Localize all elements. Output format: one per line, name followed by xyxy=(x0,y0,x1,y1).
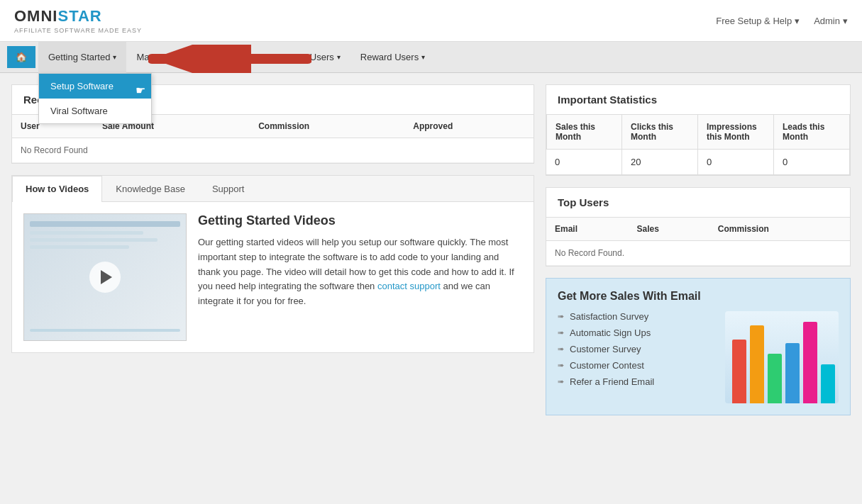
home-nav-button[interactable]: 🏠 xyxy=(7,46,35,68)
col-email: Email xyxy=(546,218,629,241)
stat-val-sales: 0 xyxy=(546,150,622,175)
no-record-cell: No Record Found. xyxy=(546,241,850,266)
logo: OMNISTAR AFFILIATE SOFTWARE MADE EASY xyxy=(14,7,142,34)
video-description-text: Our getting started videos will help you… xyxy=(198,235,522,309)
col-commission: Commission xyxy=(709,218,850,241)
table-row: No Record Found. xyxy=(546,241,850,266)
bullet-arrow-icon: ➠ xyxy=(558,345,564,354)
video-section-title: Getting Started Videos xyxy=(198,213,522,228)
list-item: ➠ Satisfaction Survey xyxy=(558,311,717,322)
email-card-title: Get More Sales With Email xyxy=(558,290,839,303)
bullet-arrow-icon: ➠ xyxy=(558,328,564,337)
chevron-down-icon: ▾ xyxy=(421,53,425,61)
no-record-cell: No Record Found xyxy=(12,138,534,163)
list-item: ➠ Customer Survey xyxy=(558,344,717,354)
stat-header-impressions: Impressions this Month xyxy=(698,114,774,150)
header: OMNISTAR AFFILIATE SOFTWARE MADE EASY Fr… xyxy=(0,0,862,42)
important-statistics-card: Important Statistics Sales this Month Cl… xyxy=(546,84,851,176)
admin-button[interactable]: Admin ▾ xyxy=(814,16,848,26)
email-feature-list: ➠ Satisfaction Survey ➠ Automatic Sign U… xyxy=(558,311,717,393)
setup-software-item[interactable]: Setup Software ☛ xyxy=(39,74,151,99)
bullet-arrow-icon: ➠ xyxy=(558,361,564,370)
email-card-content: ➠ Satisfaction Survey ➠ Automatic Sign U… xyxy=(558,311,839,403)
main-content: Recent Commissions User Sale Amount Comm… xyxy=(0,73,862,427)
bar-item xyxy=(768,354,782,403)
right-column: Important Statistics Sales this Month Cl… xyxy=(546,84,851,415)
video-thumb-inner xyxy=(24,214,186,340)
getting-started-nav-wrapper: Getting Started ▾ Setup Software ☛ Viral… xyxy=(38,42,126,73)
bullet-arrow-icon: ➠ xyxy=(558,377,564,386)
chevron-down-icon: ▾ xyxy=(250,53,254,61)
tab-content-area: Getting Started Videos Our getting start… xyxy=(12,202,534,352)
bar-item xyxy=(785,343,800,403)
stat-header-sales: Sales this Month xyxy=(546,114,622,150)
bullet-arrow-icon: ➠ xyxy=(558,312,564,321)
stat-val-clicks: 20 xyxy=(622,150,698,175)
tab-knowledge-base[interactable]: Knowledge Base xyxy=(102,176,199,201)
list-item: ➠ Refer a Friend Email xyxy=(558,376,717,387)
video-tabs-card: How to Videos Knowledge Base Support xyxy=(11,175,534,353)
stat-val-impressions: 0 xyxy=(698,150,774,175)
stat-header-leads: Leads this Month xyxy=(774,114,850,150)
bar-item xyxy=(732,340,746,403)
logo-sub: AFFILIATE SOFTWARE MADE EASY xyxy=(14,27,142,34)
tabs-bar: How to Videos Knowledge Base Support xyxy=(12,176,534,202)
tab-support[interactable]: Support xyxy=(199,176,258,201)
chevron-down-icon: ▾ xyxy=(113,53,116,61)
getting-started-nav-item[interactable]: Getting Started ▾ xyxy=(38,42,126,73)
video-description: Getting Started Videos Our getting start… xyxy=(198,213,522,341)
stats-grid: Sales this Month Clicks this Month Impre… xyxy=(546,114,850,175)
top-users-header-row: Email Sales Commission xyxy=(546,218,850,241)
bar-item xyxy=(803,322,817,403)
manage-referral-nav-item[interactable]: Manage Referral Programs ▾ xyxy=(126,42,264,73)
table-row: No Record Found xyxy=(12,138,534,163)
col-sales: Sales xyxy=(629,218,709,241)
contact-support-link[interactable]: contact support xyxy=(377,281,441,291)
chevron-down-icon: ▾ xyxy=(337,53,341,61)
free-setup-button[interactable]: Free Setup & Help ▾ xyxy=(716,16,800,26)
cursor-pointer-icon: ☛ xyxy=(136,84,145,97)
top-users-card: Top Users Email Sales Commission No Reco… xyxy=(546,187,851,267)
bar-item xyxy=(750,325,764,403)
logo-wordmark: OMNISTAR xyxy=(14,7,142,26)
top-users-title: Top Users xyxy=(546,188,850,217)
tab-how-to-videos[interactable]: How to Videos xyxy=(12,176,102,202)
col-commission: Commission xyxy=(250,115,404,138)
important-statistics-title: Important Statistics xyxy=(546,85,850,114)
stat-header-clicks: Clicks this Month xyxy=(622,114,698,150)
header-actions: Free Setup & Help ▾ Admin ▾ xyxy=(716,16,848,26)
getting-started-dropdown: Setup Software ☛ Viral Software xyxy=(38,73,152,124)
left-column: Recent Commissions User Sale Amount Comm… xyxy=(11,84,534,415)
bar-chart-container xyxy=(725,311,839,403)
bar-item xyxy=(821,364,835,403)
col-approved: Approved xyxy=(404,115,534,138)
manage-users-nav-item[interactable]: Manage Users ▾ xyxy=(264,42,350,73)
play-button[interactable] xyxy=(89,262,121,293)
list-item: ➠ Customer Contest xyxy=(558,360,717,371)
reward-users-nav-item[interactable]: Reward Users ▾ xyxy=(350,42,435,73)
main-nav: 🏠 Getting Started ▾ Setup Software ☛ Vir… xyxy=(0,42,862,73)
list-item: ➠ Automatic Sign Ups xyxy=(558,327,717,338)
logo-omni: OMNI xyxy=(14,7,57,25)
logo-star: STAR xyxy=(57,7,101,25)
email-sales-card: Get More Sales With Email ➠ Satisfaction… xyxy=(546,278,851,415)
stat-val-leads: 0 xyxy=(774,150,850,175)
video-thumbnail[interactable] xyxy=(23,213,187,341)
top-users-table: Email Sales Commission No Record Found. xyxy=(546,217,850,266)
viral-software-item[interactable]: Viral Software xyxy=(39,99,151,123)
bar-chart xyxy=(732,318,835,403)
